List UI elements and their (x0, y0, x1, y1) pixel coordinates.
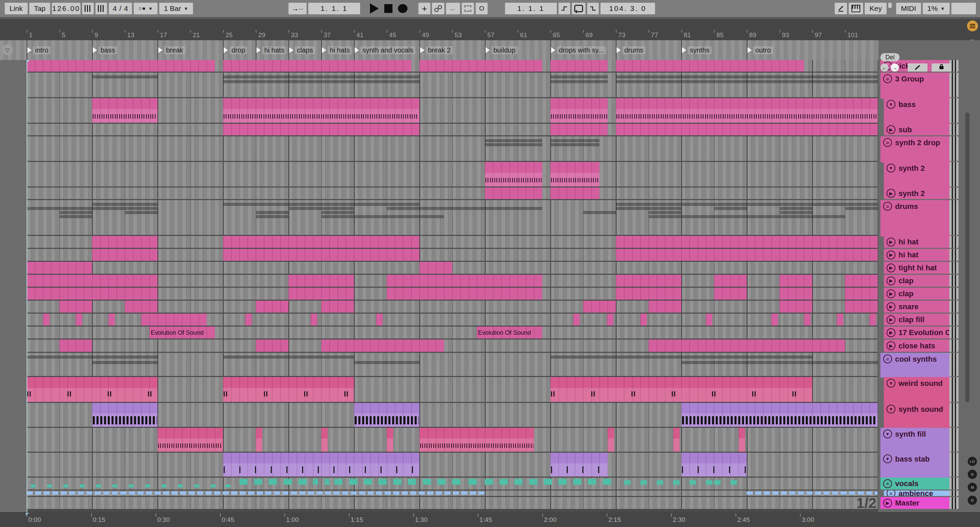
overview-horizontal-toggle[interactable] (967, 21, 978, 31)
clip[interactable] (419, 428, 534, 452)
clip[interactable] (59, 301, 92, 313)
clip[interactable] (27, 262, 92, 274)
track-lane[interactable]: Evolution Of SoundEvolution Of Sound (27, 327, 878, 338)
clip[interactable] (681, 403, 878, 427)
locator-marker[interactable]: outro (748, 45, 773, 55)
clip[interactable] (256, 428, 262, 452)
vocal-clip[interactable] (47, 484, 52, 487)
track-lane[interactable] (27, 137, 878, 161)
vocal-clip[interactable] (269, 479, 277, 485)
clip[interactable] (550, 377, 812, 402)
track-header-synth-2-drop[interactable]: ≡synth 2 drop (880, 137, 951, 163)
clip[interactable] (616, 236, 878, 248)
clip[interactable] (223, 236, 419, 248)
clip[interactable] (550, 187, 600, 199)
locator-marker[interactable]: drop (224, 45, 247, 55)
track-lane[interactable] (27, 187, 878, 199)
track-lane[interactable] (27, 60, 878, 71)
clip[interactable] (321, 301, 354, 313)
vocal-clip[interactable] (194, 484, 199, 487)
follow-button[interactable]: →·· (288, 3, 307, 14)
track-lane[interactable] (27, 403, 878, 427)
vocal-clip[interactable] (514, 479, 522, 485)
vocal-clip[interactable] (113, 484, 117, 487)
track-lane[interactable] (27, 377, 878, 402)
link-button[interactable]: Link (5, 3, 28, 14)
computer-midi-keyboard-button[interactable] (849, 3, 863, 14)
forward-nav-button[interactable]: → (891, 63, 899, 71)
locator-marker[interactable]: break (158, 45, 185, 55)
locator-marker[interactable]: drums (617, 45, 646, 55)
clip[interactable] (223, 124, 419, 135)
vocal-clip[interactable] (408, 479, 416, 485)
clip[interactable] (845, 288, 878, 300)
clip[interactable] (550, 124, 608, 135)
arrangement-position-field[interactable]: 1. 1. 1 (308, 3, 360, 14)
lock-button[interactable] (932, 63, 951, 71)
clip[interactable] (321, 428, 328, 452)
track-lane[interactable] (27, 200, 878, 235)
play-icon[interactable]: ▶ (886, 251, 896, 259)
clip[interactable] (573, 314, 580, 325)
clip[interactable] (354, 403, 419, 427)
fold-triangle-icon[interactable]: ▼ (886, 379, 896, 387)
clip[interactable] (616, 124, 878, 135)
delete-button[interactable]: Del (880, 53, 899, 61)
clip[interactable] (780, 301, 812, 313)
group-unfold-icon[interactable]: ≡ (886, 490, 896, 496)
side-button-m[interactable]: M (968, 483, 977, 492)
track-lane[interactable] (27, 497, 878, 509)
track-lane[interactable] (27, 478, 878, 489)
vocal-clip[interactable] (640, 480, 647, 485)
clip[interactable] (550, 162, 600, 186)
clip[interactable] (845, 301, 878, 313)
track-lane[interactable] (27, 236, 878, 248)
track-header-clap[interactable]: ▶clap (884, 275, 951, 287)
clip[interactable] (485, 187, 542, 199)
locator-marker[interactable]: synths (682, 45, 712, 55)
play-icon[interactable]: ▶ (886, 276, 896, 285)
track-lane[interactable] (27, 262, 878, 274)
vocal-clip[interactable] (211, 484, 215, 487)
fold-triangle-icon[interactable]: ▼ (886, 405, 896, 413)
clip[interactable] (27, 288, 158, 300)
vocal-clip[interactable] (254, 479, 262, 485)
vocal-clip[interactable] (689, 480, 696, 485)
track-header-snare[interactable]: ▶snare (884, 301, 951, 313)
locator-marker[interactable]: hi hats (256, 45, 286, 55)
locator-marker[interactable]: drops with sy... (551, 45, 606, 55)
clip[interactable] (607, 314, 613, 325)
vocal-clip[interactable] (730, 480, 737, 485)
clip[interactable] (804, 314, 811, 325)
punch-out-button[interactable] (587, 3, 599, 14)
track-header-3-group[interactable]: ≡3 Group (880, 73, 951, 99)
clip[interactable] (288, 288, 354, 300)
side-button-d[interactable]: D (968, 496, 977, 505)
loop-length-field[interactable]: 104. 3. 0 (600, 3, 655, 14)
clip[interactable] (419, 60, 542, 71)
clip[interactable] (43, 314, 49, 325)
play-icon[interactable]: ▶ (886, 328, 896, 337)
quantize-menu[interactable]: 1 Bar▼ (159, 3, 193, 14)
track-header-weird-sound[interactable]: ▼weird sound (884, 377, 951, 403)
clip[interactable] (27, 60, 215, 71)
clip[interactable] (616, 275, 681, 287)
track-header-clap-fill[interactable]: ▶clap fill (884, 314, 951, 325)
clip[interactable] (640, 314, 647, 325)
track-lane[interactable] (27, 490, 878, 496)
punch-in-button[interactable] (558, 3, 570, 14)
track-header-hi-hat[interactable]: ▶hi hat (884, 249, 951, 261)
loop-oval-button[interactable]: O (476, 3, 488, 14)
vocal-clip[interactable] (714, 480, 721, 485)
clip[interactable] (256, 340, 288, 352)
clip[interactable] (223, 377, 354, 402)
clip[interactable] (92, 249, 158, 261)
nudge-down-button[interactable] (82, 3, 94, 14)
clip[interactable] (288, 275, 354, 287)
tempo-field[interactable]: 126.00 (52, 3, 81, 14)
track-lane[interactable] (27, 314, 878, 325)
clip[interactable] (92, 236, 158, 248)
clip[interactable] (780, 288, 812, 300)
vocal-clip[interactable] (349, 479, 357, 485)
group-unfold-icon[interactable]: ≡ (883, 202, 892, 211)
